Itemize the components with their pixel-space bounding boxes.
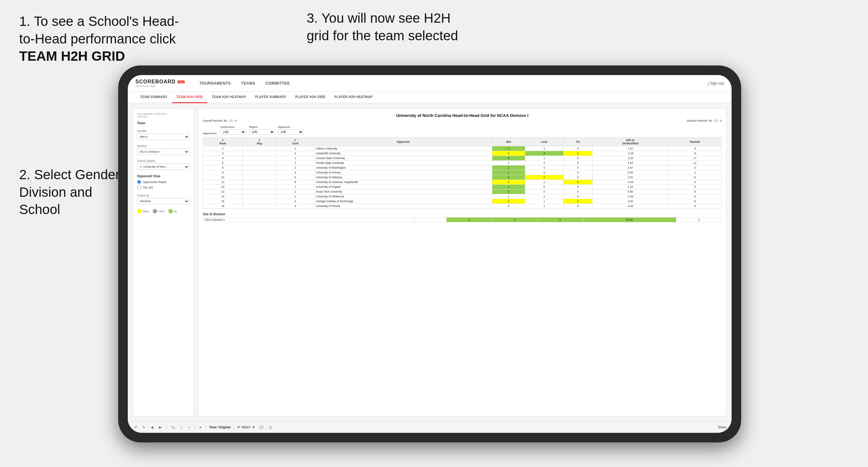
nav-items: TOURNAMENTS TEAMS COMMITTEE <box>194 75 295 92</box>
out-of-division-table: NCAA Division II 1 0 0 26.00 3 <box>203 217 722 222</box>
col-win: Win <box>492 138 525 146</box>
legend-up: Up <box>168 209 177 213</box>
nav-forward-button[interactable]: ▶ <box>158 425 163 430</box>
nav-teams[interactable]: TEAMS <box>236 75 261 92</box>
col-conf: #Conf <box>276 138 314 146</box>
filter-row: Opponents: Conference (All) Region (All) <box>203 126 722 135</box>
division-record: Division Record: 88 - 17 - 0 <box>687 119 722 122</box>
grid-records: Overall Record: 89 - 17 - 0 Division Rec… <box>203 119 722 122</box>
team-section: Team <box>137 121 189 125</box>
logo-sub: Powered by clippi <box>135 85 185 88</box>
out-of-division-title: Out of division <box>203 212 722 216</box>
down-dot <box>137 209 142 213</box>
logo-area: SCOREBOARD clippi Powered by clippi <box>135 79 185 88</box>
overall-record: Overall Record: 89 - 17 - 0 <box>203 119 237 122</box>
fit-button[interactable]: □ <box>179 425 184 430</box>
school-label: School (Rank) <box>137 159 189 163</box>
h2h-table: #Rank #Reg #Conf Opponent Win Loss Tie D… <box>203 137 722 209</box>
conference-filter-group: Conference (All) <box>220 126 246 135</box>
opponent-view-label: Opponent View <box>137 175 189 178</box>
table-row: 15 4 Georgia Institute of Technology 0 1… <box>203 199 722 204</box>
table-row: 12 1 University of Virginia 1 0 0 2.33 3 <box>203 185 722 189</box>
timestamp: Last Updated: 27/03/202416:55:38 <box>137 113 189 118</box>
nav-committee[interactable]: COMMITTEE <box>260 75 295 92</box>
time-button[interactable]: ● <box>198 425 203 430</box>
tab-player-summary[interactable]: PLAYER SUMMARY <box>250 92 291 103</box>
table-row: 4 1 Arizona State University 5 1 0 2.29 … <box>203 156 722 161</box>
team-label: Team <box>137 121 189 125</box>
undo-button[interactable]: ↺ <box>133 425 138 430</box>
sub-nav: TEAM SUMMARY TEAM H2H GRID TEAM H2H HEAT… <box>128 92 732 103</box>
table-row: 14 2 University of Oklahoma 1 2 0 -1.00 … <box>203 194 722 199</box>
col-rank: #Rank <box>203 138 243 146</box>
radio-top-100[interactable]: Top 100 <box>137 185 189 189</box>
gender-section: Gender Men's Women's <box>137 129 189 140</box>
up-dot <box>168 209 173 213</box>
toolbar-divider-1 <box>166 425 166 430</box>
top-nav: SCOREBOARD clippi Powered by clippi TOUR… <box>128 75 732 92</box>
left-panel: Last Updated: 27/03/202416:55:38 Team Ge… <box>133 108 194 416</box>
colour-legend: Down Level Up <box>137 209 189 213</box>
grid-panel: University of North Carolina Head-to-Hea… <box>198 108 726 416</box>
watch-button[interactable]: 👁 Watch ▼ <box>237 426 255 429</box>
out-of-division-section: Out of division NCAA Division II 1 0 0 2… <box>203 212 722 222</box>
school-select[interactable]: 1. University of Nort... <box>137 163 189 170</box>
logo: SCOREBOARD clippi Powered by clippi <box>135 79 185 88</box>
tab-team-h2h-grid[interactable]: TEAM H2H GRID <box>172 92 207 103</box>
table-row: 8 2 University of Washington 1 0 0 3.67 … <box>203 165 722 170</box>
zoom-in-button[interactable]: + <box>187 425 191 430</box>
redo-button[interactable]: ↻ <box>141 425 146 430</box>
opponent-view-radios: Opponents Played Top 100 <box>137 180 189 189</box>
tab-team-summary[interactable]: TEAM SUMMARY <box>135 92 172 103</box>
conference-filter-select[interactable]: (All) <box>220 129 246 135</box>
legend-level: Level <box>153 209 164 213</box>
col-loss: Loss <box>525 138 563 146</box>
tablet-shell: SCOREBOARD clippi Powered by clippi TOUR… <box>118 65 741 442</box>
out-of-division-row: NCAA Division II 1 0 0 26.00 3 <box>203 218 722 222</box>
ann1-line1: 1. To see a School's Head- <box>19 14 179 29</box>
nav-back-button[interactable]: ◀ <box>150 425 155 430</box>
share-button[interactable]: Share <box>718 426 726 429</box>
opponent-filter-select[interactable]: (All) <box>278 129 304 135</box>
region-filter-group: Region (All) <box>249 126 275 135</box>
region-label: Region <box>249 126 275 128</box>
bottom-toolbar: ↺ ↻ ◀ ▶ 🔍 □ + ● View: Original 👁 Watch ▼… <box>128 421 732 433</box>
gender-select[interactable]: Men's Women's <box>137 133 189 140</box>
tab-team-h2h-heatmap[interactable]: TEAM H2H HEATMAP <box>207 92 250 103</box>
region-filter-select[interactable]: (All) <box>249 129 275 135</box>
view-label: View: Original <box>209 426 231 429</box>
nav-tournaments[interactable]: TOURNAMENTS <box>194 75 236 92</box>
table-row: 9 3 University of Arizona 1 0 0 9.00 2 <box>203 170 722 175</box>
colour-by-section: Colour by Win/loss <box>137 194 189 205</box>
grid-title: University of North Carolina Head-to-Hea… <box>203 113 722 118</box>
zoom-out-button[interactable]: 🔍 <box>169 425 176 430</box>
table-row: 2 1 Auburn University 2 1 0 1.67 9 <box>203 146 722 151</box>
toolbar-divider-2 <box>194 425 195 430</box>
ann1-bold: TEAM H2H GRID <box>19 49 125 64</box>
legend-down: Down <box>137 209 149 213</box>
col-reg: #Reg <box>243 138 276 146</box>
colour-by-select[interactable]: Win/loss <box>137 198 189 205</box>
sign-out-button[interactable]: | Sign out <box>708 81 724 86</box>
opponent-filter-label: Opponent <box>278 126 304 128</box>
main-content: Last Updated: 27/03/202416:55:38 Team Ge… <box>128 103 732 421</box>
tab-player-h2h-grid[interactable]: PLAYER H2H GRID <box>291 92 330 103</box>
opponents-filter-group: Opponents: <box>203 132 217 135</box>
table-row: 10 5 University of Alabama 3 0 0 2.61 8 <box>203 175 722 180</box>
toolbar-divider-4 <box>234 425 234 430</box>
col-opponent: Opponent <box>314 138 492 146</box>
logo-text: SCOREBOARD <box>135 79 176 84</box>
annotation-3: 3. You will now see H2H grid for the tea… <box>307 9 524 44</box>
col-tie: Tie <box>563 138 592 146</box>
table-row: 11 6 University of Arkansas, Fayettevill… <box>203 180 722 185</box>
division-select[interactable]: NCAA Division I NCAA Division II NCAA Di… <box>137 149 189 155</box>
present-button[interactable]: ◫ <box>268 425 273 430</box>
table-row: 16 3 University of Florida 3 1 0 -6.42 9 <box>203 204 722 209</box>
radio-opponents-played[interactable]: Opponents Played <box>137 180 189 184</box>
tab-player-h2h-heatmap[interactable]: PLAYER H2H HEATMAP <box>330 92 377 103</box>
opponent-filter-group: Opponent (All) <box>278 126 304 135</box>
comment-button[interactable]: 💬 <box>258 425 265 430</box>
table-row: 3 2 Vanderbilt University 0 4 0 -2.29 8 <box>203 151 722 156</box>
ann2-line1: 2. Select Gender, <box>19 167 123 182</box>
col-rounds: Rounds <box>668 138 721 146</box>
